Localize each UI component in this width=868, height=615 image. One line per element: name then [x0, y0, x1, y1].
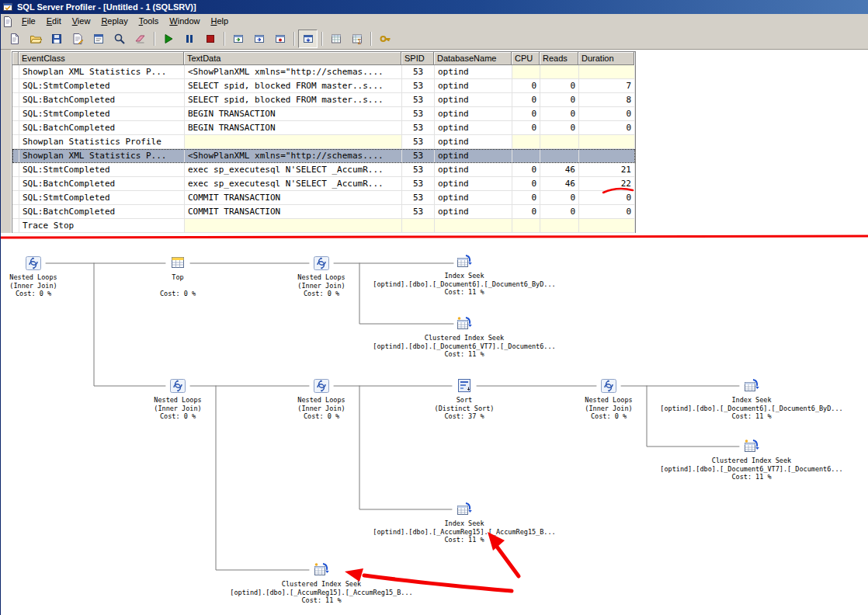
grouped-view-button[interactable]: [326, 30, 345, 48]
trace-pane: EventClassTextDataSPIDDatabaseNameCPURea…: [1, 50, 868, 233]
cell-database_name: optind: [435, 135, 512, 149]
table-row[interactable]: Showplan Statistics Profile53optind: [12, 135, 635, 149]
table-row[interactable]: SQL:StmtCompletedexec sp_executesql N'SE…: [12, 163, 635, 177]
cell-event_class: SQL:StmtCompleted: [19, 79, 185, 93]
table-row[interactable]: SQL:BatchCompletedCOMMIT TRANSACTION53op…: [12, 205, 635, 219]
cell-event_class: SQL:BatchCompleted: [19, 177, 185, 191]
table-row[interactable]: SQL:StmtCompletedBEGIN TRANSACTION53opti…: [12, 107, 635, 121]
toolbar: Σ: [1, 29, 868, 50]
plan-node-index-seek[interactable]: Index Seek[optind].[dbo].[_Document6].[_…: [654, 377, 849, 421]
toolbar-separator: [154, 32, 155, 46]
cell-spid: 53: [402, 121, 435, 135]
key-icon: [379, 33, 391, 45]
plan-node-index-seek[interactable]: Index Seek[optind].[dbo].[_Document6].[_…: [367, 253, 561, 297]
column-header-text_data[interactable]: TextData: [184, 52, 401, 65]
pause-trace-button[interactable]: [179, 30, 199, 48]
cell-spid: [402, 219, 435, 233]
column-header-event_class[interactable]: EventClass: [19, 52, 184, 65]
plan-node-clustered-index-seek[interactable]: Clustered Index Seek[optind].[dbo].[_Acc…: [224, 561, 418, 605]
cell-duration: [579, 135, 635, 149]
table-row[interactable]: Showplan XML Statistics P...<ShowPlanXML…: [12, 65, 635, 79]
save-icon: [50, 33, 63, 45]
plan-node-index-seek[interactable]: Index Seek[optind].[dbo].[_AccumReg15].[…: [367, 501, 561, 544]
grid-icon: [330, 33, 342, 45]
toggle-breakpoint-button[interactable]: [270, 30, 290, 48]
cell-cpu: [512, 219, 540, 233]
find-button[interactable]: [109, 30, 129, 48]
plan-node-clustered-index-seek[interactable]: Clustered Index Seek[optind].[dbo].[_Doc…: [654, 438, 849, 481]
cell-cpu: 0: [512, 163, 540, 177]
toolbar-separator: [321, 32, 322, 46]
window-title: SQL Server Profiler - [Untitled - 1 (SQL…: [17, 2, 196, 12]
table-row[interactable]: SQL:BatchCompletedSELECT spid, blocked F…: [12, 93, 635, 107]
column-header-gutter[interactable]: [12, 52, 19, 65]
table-row[interactable]: SQL:BatchCompletedexec sp_executesql N'S…: [12, 177, 635, 191]
cell-spid: 53: [402, 163, 435, 177]
cell-database_name: optind: [435, 107, 512, 121]
table-row[interactable]: SQL:StmtCompletedCOMMIT TRANSACTION53opt…: [12, 191, 635, 205]
menu-help[interactable]: Help: [205, 15, 234, 28]
open-trace-button[interactable]: [26, 30, 45, 48]
nested-loops-icon: [311, 377, 332, 394]
top-icon: [168, 255, 188, 272]
properties-button[interactable]: [89, 30, 108, 48]
child-window-icon[interactable]: [3, 16, 12, 27]
cell-reads: 0: [540, 107, 579, 121]
save-button[interactable]: [47, 30, 66, 48]
start-trace-button[interactable]: [158, 30, 178, 48]
column-header-spid[interactable]: SPID: [401, 52, 434, 65]
node-label: Index Seek: [654, 396, 849, 405]
table-row[interactable]: Showplan XML Statistics P...<ShowPlanXML…: [12, 149, 635, 163]
node-label: [optind].[dbo].[_AccumReg15].[_AccumReg1…: [224, 589, 418, 597]
node-label: [optind].[dbo].[_Document6].[_Document6_…: [654, 405, 849, 413]
column-header-reads[interactable]: Reads: [540, 52, 578, 65]
cell-duration: 0: [579, 191, 635, 205]
cell-event_class: SQL:BatchCompleted: [19, 205, 185, 219]
cell-spid: 53: [402, 107, 435, 121]
menu-tools[interactable]: Tools: [134, 15, 165, 28]
auto-scroll-button[interactable]: [298, 30, 318, 48]
menu-edit[interactable]: Edit: [41, 15, 67, 28]
column-header-database_name[interactable]: DatabaseName: [434, 52, 512, 65]
node-label: Clustered Index Seek: [224, 580, 418, 589]
new-trace-button[interactable]: [5, 30, 24, 48]
cell-gutter: [12, 177, 19, 191]
cell-database_name: optind: [435, 79, 512, 93]
new-template-button[interactable]: [68, 30, 87, 48]
table-row[interactable]: Trace Stop: [12, 219, 635, 233]
help-button[interactable]: [375, 30, 394, 48]
table-row[interactable]: SQL:BatchCompletedBEGIN TRANSACTION53opt…: [12, 121, 635, 135]
menu-file[interactable]: File: [16, 15, 41, 28]
run-to-cursor-icon: [253, 33, 266, 45]
column-header-cpu[interactable]: CPU: [512, 52, 540, 65]
aggregate-view-button[interactable]: Σ: [347, 30, 366, 48]
cell-gutter: [12, 93, 19, 107]
cell-cpu: 0: [512, 121, 540, 135]
table-row[interactable]: SQL:StmtCompletedSELECT spid, blocked FR…: [12, 79, 635, 93]
cell-text_data: <ShowPlanXML xmlns="http://schemas....: [185, 65, 402, 79]
cell-event_class: Trace Stop: [19, 219, 185, 233]
node-label: [optind].[dbo].[_AccumReg15].[_AccumReg1…: [367, 528, 561, 537]
cell-gutter: [12, 135, 19, 149]
cell-cpu: 0: [512, 191, 540, 205]
clustered-index-seek-icon: [311, 561, 332, 579]
menu-window[interactable]: Window: [164, 15, 205, 28]
titlebar: SQL Server Profiler - [Untitled - 1 (SQL…: [1, 0, 868, 14]
execute-step-button[interactable]: [228, 30, 248, 48]
run-to-cursor-button[interactable]: [249, 30, 269, 48]
cell-database_name: optind: [435, 191, 512, 205]
node-label: Cost: 11 %: [654, 473, 849, 481]
toolbar-separator: [293, 32, 294, 46]
plan-node-clustered-index-seek[interactable]: Clustered Index Seek[optind].[dbo].[_Doc…: [367, 315, 561, 359]
column-header-duration[interactable]: Duration: [578, 52, 634, 65]
menu-replay[interactable]: Replay: [95, 15, 133, 28]
app-icon: [3, 2, 14, 12]
trace-grid: EventClassTextDataSPIDDatabaseNameCPURea…: [12, 51, 636, 234]
cell-text_data: BEGIN TRANSACTION: [185, 107, 402, 121]
menu-view[interactable]: View: [67, 15, 96, 28]
auto-scroll-icon: [302, 33, 314, 45]
stop-trace-button[interactable]: [200, 30, 220, 48]
nested-loops-icon: [599, 377, 619, 394]
svg-text:Σ: Σ: [357, 39, 361, 46]
clear-trace-button[interactable]: [130, 30, 150, 48]
